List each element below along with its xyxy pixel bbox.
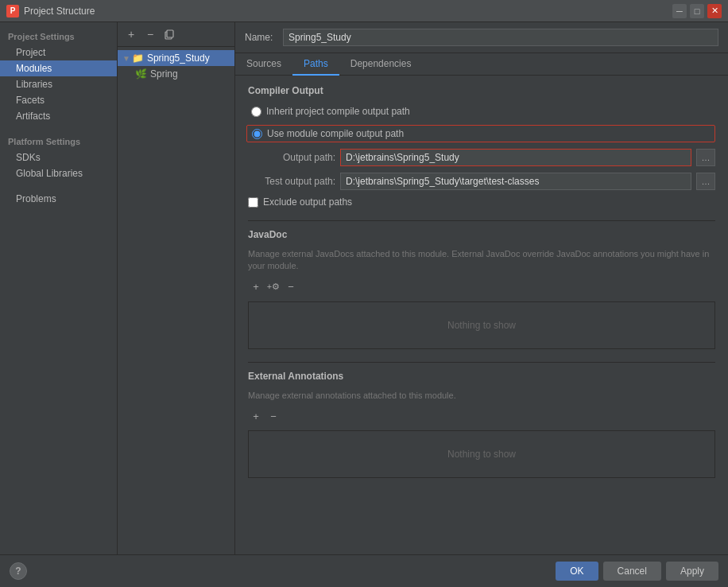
module-panel: + − ▼ 📁 Spring5_Study 🌿 Spring bbox=[118, 22, 235, 554]
exclude-output-label: Exclude output paths bbox=[263, 196, 352, 208]
divider-2 bbox=[248, 362, 715, 363]
tab-dependencies[interactable]: Dependencies bbox=[339, 53, 423, 76]
javadoc-description: Manage external JavaDocs attached to thi… bbox=[248, 248, 715, 273]
sidebar: Project Settings Project Modules Librari… bbox=[0, 22, 118, 554]
maximize-button[interactable]: □ bbox=[690, 4, 704, 18]
help-button[interactable]: ? bbox=[10, 562, 27, 580]
module-sub-label: Spring bbox=[150, 68, 178, 80]
name-label: Name: bbox=[245, 32, 277, 43]
module-sub-item-spring[interactable]: 🌿 Spring bbox=[118, 66, 234, 82]
external-annotations-title: External Annotations bbox=[248, 371, 715, 382]
name-row: Name: bbox=[235, 22, 728, 53]
output-path-row: Output path: … bbox=[248, 149, 715, 166]
sidebar-divider bbox=[0, 124, 117, 134]
folder-icon: 📁 bbox=[132, 52, 144, 64]
divider-1 bbox=[248, 220, 715, 221]
project-settings-header: Project Settings bbox=[0, 29, 117, 45]
inherit-path-label: Inherit project compile output path bbox=[266, 106, 410, 117]
main-container: Project Settings Project Modules Librari… bbox=[0, 22, 728, 587]
window-title: Project Structure bbox=[24, 6, 672, 17]
output-path-input[interactable] bbox=[340, 149, 691, 166]
tabs-bar: Sources Paths Dependencies bbox=[235, 53, 728, 76]
minimize-button[interactable]: ─ bbox=[672, 4, 687, 18]
inherit-path-option[interactable]: Inherit project compile output path bbox=[248, 104, 715, 119]
app-icon: P bbox=[6, 5, 19, 17]
external-annotations-toolbar: + − bbox=[248, 408, 715, 424]
test-output-path-row: Test output path: … bbox=[248, 173, 715, 190]
sidebar-item-facets[interactable]: Facets bbox=[0, 92, 117, 108]
platform-settings-header: Platform Settings bbox=[0, 134, 117, 150]
sidebar-item-project[interactable]: Project bbox=[0, 45, 117, 60]
annotations-empty-area: Nothing to show bbox=[248, 430, 715, 478]
javadoc-empty-area: Nothing to show bbox=[248, 301, 715, 349]
test-output-path-browse-button[interactable]: … bbox=[696, 173, 715, 190]
annotations-remove-button[interactable]: − bbox=[265, 408, 281, 424]
external-annotations-section: External Annotations Manage external ann… bbox=[248, 371, 715, 478]
module-toolbar: + − bbox=[118, 22, 234, 47]
javadoc-title: JavaDoc bbox=[248, 229, 715, 240]
javadoc-section: JavaDoc Manage external JavaDocs attache… bbox=[248, 229, 715, 349]
sidebar-item-libraries[interactable]: Libraries bbox=[0, 76, 117, 92]
svg-rect-1 bbox=[167, 30, 173, 37]
test-output-path-label: Test output path: bbox=[248, 176, 335, 187]
module-root-item[interactable]: ▼ 📁 Spring5_Study bbox=[118, 50, 234, 66]
tab-content-paths: Compiler Output Inherit project compile … bbox=[235, 76, 728, 554]
content-area: Project Settings Project Modules Librari… bbox=[0, 22, 728, 554]
use-module-path-option[interactable]: Use module compile output path bbox=[246, 125, 715, 142]
expand-arrow: ▼ bbox=[122, 54, 130, 63]
output-path-label: Output path: bbox=[248, 152, 335, 163]
close-button[interactable]: ✕ bbox=[707, 4, 722, 18]
javadoc-nothing-label: Nothing to show bbox=[447, 320, 516, 331]
inherit-path-radio[interactable] bbox=[251, 107, 261, 117]
external-annotations-description: Manage external annotations attached to … bbox=[248, 390, 715, 402]
javadoc-remove-button[interactable]: − bbox=[283, 279, 299, 295]
bottom-bar: ? OK Cancel Apply bbox=[0, 554, 728, 587]
right-panel: Name: Sources Paths Dependencies C bbox=[235, 22, 728, 554]
compiler-output-section: Compiler Output Inherit project compile … bbox=[248, 85, 715, 208]
javadoc-add-config-button[interactable]: +⚙ bbox=[265, 279, 281, 295]
add-module-button[interactable]: + bbox=[122, 25, 140, 43]
javadoc-toolbar: + +⚙ − bbox=[248, 279, 715, 295]
sidebar-divider-2 bbox=[0, 181, 117, 191]
spring-icon: 🌿 bbox=[135, 68, 147, 80]
copy-module-button[interactable] bbox=[161, 25, 178, 43]
sidebar-item-global-libraries[interactable]: Global Libraries bbox=[0, 165, 117, 181]
cancel-button[interactable]: Cancel bbox=[603, 562, 661, 581]
tab-paths[interactable]: Paths bbox=[292, 53, 339, 76]
module-tree: ▼ 📁 Spring5_Study 🌿 Spring bbox=[118, 47, 234, 554]
module-root-label: Spring5_Study bbox=[147, 52, 210, 64]
exclude-output-row[interactable]: Exclude output paths bbox=[248, 196, 715, 208]
annotations-add-button[interactable]: + bbox=[248, 408, 264, 424]
output-path-browse-button[interactable]: … bbox=[696, 149, 715, 166]
sidebar-item-sdks[interactable]: SDKs bbox=[0, 150, 117, 165]
javadoc-add-button[interactable]: + bbox=[248, 279, 264, 295]
ok-button[interactable]: OK bbox=[556, 562, 598, 581]
test-output-path-input[interactable] bbox=[340, 173, 691, 190]
use-module-path-radio[interactable] bbox=[252, 129, 262, 139]
window-controls: ─ □ ✕ bbox=[672, 4, 722, 18]
use-module-path-label: Use module compile output path bbox=[267, 128, 404, 139]
compiler-output-title: Compiler Output bbox=[248, 85, 715, 96]
sidebar-item-artifacts[interactable]: Artifacts bbox=[0, 108, 117, 124]
sidebar-item-problems[interactable]: Problems bbox=[0, 191, 117, 207]
name-input[interactable] bbox=[283, 29, 718, 46]
title-bar: P Project Structure ─ □ ✕ bbox=[0, 0, 728, 22]
annotations-nothing-label: Nothing to show bbox=[447, 449, 516, 460]
sidebar-item-modules[interactable]: Modules bbox=[0, 60, 117, 76]
remove-module-button[interactable]: − bbox=[141, 25, 159, 43]
tab-sources[interactable]: Sources bbox=[235, 53, 292, 76]
exclude-output-checkbox[interactable] bbox=[248, 197, 258, 208]
apply-button[interactable]: Apply bbox=[666, 562, 718, 581]
